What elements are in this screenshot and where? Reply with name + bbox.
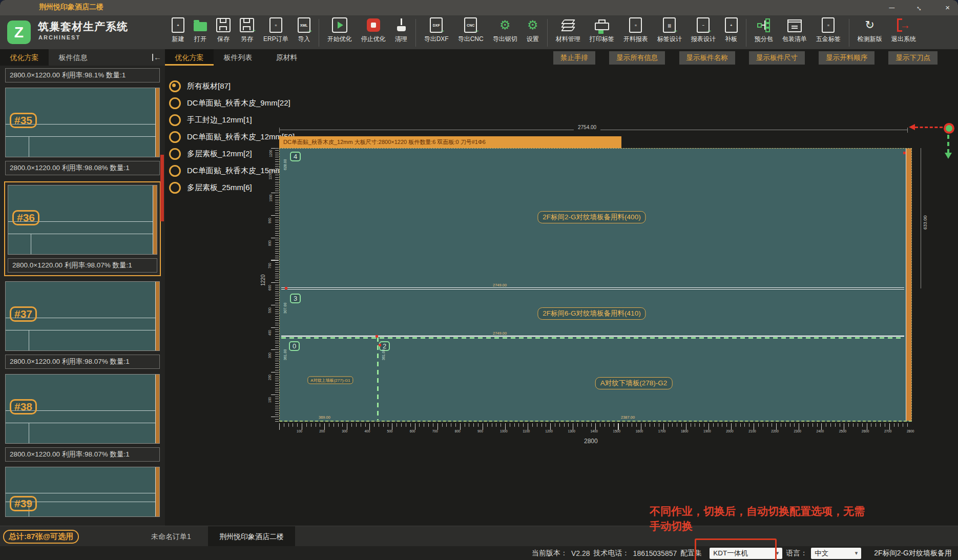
board-list-item[interactable]: #38 2800.0×1220.00 利用率:98.07% 数量:1 <box>5 374 160 462</box>
part-side-dimension: 361.00 <box>382 349 385 360</box>
toolbar-button-label: ERP订单 <box>263 35 288 44</box>
toolbar-button[interactable]: 包装清单 <box>778 17 811 49</box>
ruler-label: 1100 <box>268 172 272 179</box>
toolbar-button-label: 开料报表 <box>623 35 648 44</box>
collapse-left-icon: ← <box>152 54 161 61</box>
toolbar-button[interactable]: 预分包 <box>750 17 778 49</box>
toolbar-button-label: 材料管理 <box>556 35 580 44</box>
view-toggle-button[interactable]: 显示所有信息 <box>609 51 665 65</box>
cut-point-marker <box>285 287 287 289</box>
ruler-label: 2800 <box>907 429 914 433</box>
toolbar-button[interactable]: 打印标签 <box>585 17 619 49</box>
material-filter-option[interactable]: 手工封边_12mm[1] <box>169 112 318 129</box>
part-name-label[interactable]: A对纹上墙板(277)-G1 <box>307 377 353 384</box>
part-name-label[interactable]: 2F标间6-G对纹墙板备用料(410) <box>537 307 645 320</box>
thumb-cut-line <box>6 423 155 423</box>
toolbar-button[interactable]: XML→ 导入 <box>293 17 315 49</box>
toolbar-button[interactable]: ↻↑ 检测新版 <box>853 17 887 49</box>
material-filter-label: 多层素板_25mm[6] <box>187 183 252 193</box>
toolbar-button[interactable]: ⚙ 导出锯切 <box>488 17 522 49</box>
view-toggle-button[interactable]: 禁止手排 <box>553 51 595 65</box>
toolbar-button[interactable]: 停止优化 <box>357 17 390 49</box>
toolbar-button[interactable]: 打开 <box>189 17 212 49</box>
close-icon[interactable]: × <box>945 0 950 15</box>
part-name-label[interactable]: 2F标间2-G对纹墙板备用料(400) <box>537 211 645 223</box>
toolbar-separator <box>547 19 548 47</box>
toolbar-button[interactable]: ≡ 五金标签 <box>811 17 845 49</box>
board-list-item[interactable]: #39 <box>5 467 160 517</box>
toolbar-button[interactable]: ~→ 报表设计 <box>686 17 720 49</box>
toolbar-button-label: 导出锯切 <box>493 35 517 44</box>
board-info-bar[interactable]: 2800.0×1220.00 利用率:98.07% 数量:1 <box>5 447 160 462</box>
order-tab[interactable]: 未命名订单1 <box>134 526 208 547</box>
view-toggle-button[interactable]: 显示板件尺寸 <box>749 51 805 65</box>
toolbar-button[interactable]: 保存 <box>212 17 235 49</box>
view-toggle-button[interactable]: 显示板件名称 <box>679 51 735 65</box>
material-filter-option[interactable]: DC单面贴_秋香木皮_9mm[22] <box>169 95 318 112</box>
board-thumbnail[interactable]: #36 <box>8 185 157 255</box>
maximize-icon[interactable]: ↔ <box>912 0 928 16</box>
board-thumbnail[interactable]: #39 <box>5 467 160 517</box>
app-name: 筑巢套材生产系统 <box>38 19 128 34</box>
erp-order-icon: ≡ <box>269 17 282 33</box>
app-subtitle: ARCHINEST <box>38 34 80 40</box>
toolbar-button-label: 打开 <box>194 35 206 44</box>
board-list-item[interactable]: #37 2800.0×1220.00 利用率:98.07% 数量:1 <box>5 281 160 369</box>
toolbar-button-label: 设置 <box>527 35 539 44</box>
view-toggle-button[interactable]: 显示下刀点 <box>888 51 938 65</box>
board-info-bar[interactable]: 2800.0×1220.00 利用率:98.07% 数量:1 <box>5 355 160 369</box>
material-filter-label: DC单面贴_秋香木皮_9mm[22] <box>187 98 290 108</box>
main-tab[interactable]: 板件列表 <box>214 49 262 66</box>
sidebar-scrollbar-thumb[interactable] <box>160 155 164 221</box>
left-panel-tab[interactable]: 优化方案 <box>0 49 49 66</box>
sheet-header-label: DC单面贴_秋香木皮_12mm 大板尺寸:2800×1220 板件数量:6 双面… <box>279 136 621 148</box>
board-info-bar[interactable]: 2800.0×1220.00 利用率:98.07% 数量:1 <box>8 258 157 273</box>
material-filter-option[interactable]: 所有板材[87] <box>169 78 318 95</box>
toolbar-button[interactable]: 材料管理 <box>551 17 585 49</box>
ruler-label: 800 <box>268 240 272 246</box>
toolbar-button[interactable]: + 补板 <box>720 17 742 49</box>
board-list-item[interactable]: 2800.0×1220.00 利用率:98.1% 数量:1 <box>5 68 160 82</box>
version-value: V2.28 <box>571 549 590 557</box>
thumb-cut-line <box>6 136 155 137</box>
current-part-status-text: 2F标间2-G对纹墙板备用 <box>874 546 952 560</box>
left-panel-tab[interactable]: 板件信息 <box>49 49 97 66</box>
toolbar-button[interactable]: CNC→ 导出CNC <box>453 17 488 49</box>
toolbar-button[interactable]: DXF→ 导出DXF <box>420 17 453 49</box>
check-update-icon: ↻↑ <box>865 17 874 33</box>
ruler-label: 700 <box>268 263 272 268</box>
toolbar-button[interactable]: ⚙ 设置 <box>522 17 544 49</box>
board-number-badge: #38 <box>10 399 37 414</box>
order-tab[interactable]: 荆州悦印象酒店二楼 <box>208 526 295 547</box>
toolbar-button[interactable]: ≡ ERP订单 <box>259 17 293 49</box>
board-thumbnail[interactable]: #38 <box>5 374 160 444</box>
toolbar-button[interactable]: 清理 <box>390 17 412 49</box>
toolbar-button[interactable]: → 另存 <box>235 17 259 49</box>
annotation-line: 不同作业，切换后，自动切换配置选项，无需 <box>650 504 957 518</box>
toolbar-button-label: 导出DXF <box>424 35 449 44</box>
view-toggle-button[interactable]: 显示开料顺序 <box>819 51 874 65</box>
ruler-label: 1600 <box>636 429 643 433</box>
collapse-panel-button[interactable]: ← <box>150 49 163 66</box>
annotation-line: 手动切换 <box>650 518 957 533</box>
toolbar-button[interactable]: |||→ 标签设计 <box>653 17 686 49</box>
toolbar-button[interactable]: ≡ 开料报表 <box>619 17 653 49</box>
board-list-item[interactable]: #36 2800.0×1220.00 利用率:98.07% 数量:1 <box>4 181 161 276</box>
app-window: 荆州悦印象酒店二楼 ─ ↔ × Z 筑巢套材生产系统 ARCHINEST + 新… <box>0 0 958 560</box>
toolbar-button[interactable]: → 退出系统 <box>887 17 921 49</box>
board-info-bar[interactable]: 2800.0×1220.00 利用率:98.08% 数量:1 <box>5 161 160 175</box>
board-thumbnail[interactable]: #37 <box>5 281 160 351</box>
part-name-label[interactable]: A对纹下墙板(278)-G2 <box>595 377 673 389</box>
sheet-right-dimension: 633.00 <box>923 215 928 230</box>
title-bar: 荆州悦印象酒店二楼 ─ ↔ × <box>0 0 958 15</box>
toolbar-button[interactable]: 开始优化 <box>323 17 357 49</box>
left-ruler: 120011001000900800700600500400300200100 <box>268 148 279 422</box>
main-tab[interactable]: 优化方案 <box>165 49 214 66</box>
board-thumbnail[interactable]: #35 <box>5 88 160 157</box>
minimize-icon[interactable]: ─ <box>889 0 895 15</box>
board-list-item[interactable]: #35 2800.0×1220.00 利用率:98.08% 数量:1 <box>5 88 160 175</box>
language-dropdown[interactable]: 中文 ▾ <box>811 548 861 559</box>
main-tab[interactable]: 原材料 <box>262 49 311 66</box>
toolbar-button[interactable]: + 新建 <box>167 17 189 49</box>
board-info-bar[interactable]: 2800.0×1220.00 利用率:98.1% 数量:1 <box>5 68 160 82</box>
